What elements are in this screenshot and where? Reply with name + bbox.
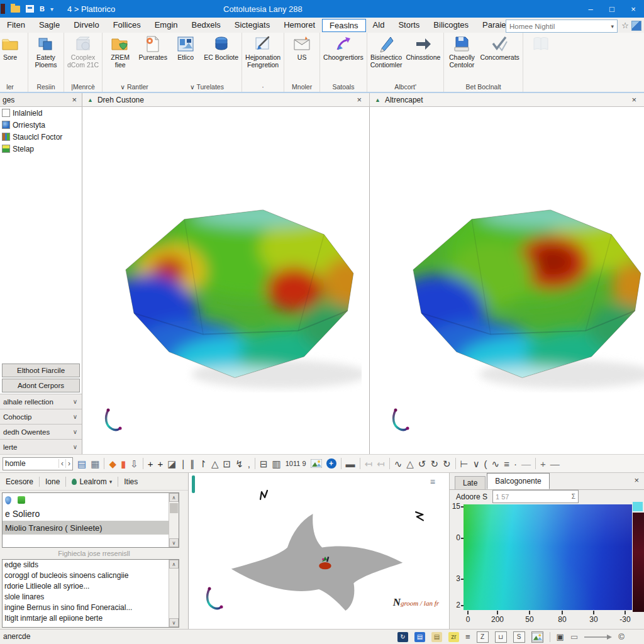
zoom-in-icon[interactable]: + bbox=[540, 459, 546, 469]
edit-icon[interactable]: B bbox=[40, 5, 45, 13]
button-elthoot-fiarcile[interactable]: Elthoot Fiarcile bbox=[2, 364, 80, 377]
panel-tab-ecesore[interactable]: Ecesore bbox=[0, 477, 39, 486]
dropdown-alhale-rellection[interactable]: alhale rellection∨ bbox=[0, 394, 82, 409]
z-box-icon[interactable]: Z bbox=[477, 631, 489, 643]
ribbon-button-chinsstione[interactable]: Chinsstione bbox=[404, 33, 443, 63]
list-item[interactable]: Miolio Tranesiro ( Sinleete) bbox=[3, 521, 169, 535]
search-combo[interactable]: ▾ bbox=[506, 19, 618, 33]
ribbon-tab-feaslns[interactable]: Feaslns bbox=[322, 19, 366, 32]
button-adont-cerpors[interactable]: Adont Cerpors bbox=[2, 379, 80, 392]
star-icon[interactable]: ☆ bbox=[621, 21, 629, 30]
scrollbar[interactable]: ∧ ∨ bbox=[169, 560, 179, 627]
pan-left2-icon[interactable]: ↤ bbox=[377, 459, 385, 469]
panel-tab-late[interactable]: Late bbox=[455, 476, 486, 489]
minimize-button[interactable]: – bbox=[580, 0, 601, 18]
viewport-right[interactable] bbox=[370, 107, 644, 454]
plan-view-panel[interactable]: ≡ Ngroom / lan fr bbox=[189, 473, 450, 629]
doc-tab-2[interactable]: ▲ Altrencapet × bbox=[370, 93, 644, 106]
ribbon-tab-bedxels[interactable]: Bedxels bbox=[185, 18, 228, 32]
globe-tool-icon[interactable]: + bbox=[326, 458, 336, 469]
ribbon-tab-sictegiats[interactable]: Sictegiats bbox=[228, 18, 277, 32]
ribbon-button-us[interactable]: US bbox=[286, 33, 318, 63]
save-tool-icon[interactable]: ▤ bbox=[77, 459, 86, 469]
arc-tool-icon[interactable]: ( bbox=[484, 459, 487, 469]
list-tool-icon[interactable]: ≡ bbox=[504, 459, 509, 469]
comma-icon[interactable]: , bbox=[248, 459, 250, 469]
legend-field[interactable]: Σ bbox=[492, 490, 579, 503]
flask-icon[interactable]: △ bbox=[406, 459, 414, 469]
viewport-left[interactable] bbox=[82, 107, 370, 454]
caret-down-icon[interactable]: ▾ bbox=[50, 6, 53, 13]
scroll-up-button[interactable]: ∧ bbox=[169, 493, 179, 502]
marker-tool-icon[interactable]: ▮ bbox=[121, 459, 126, 469]
search-input[interactable] bbox=[506, 23, 608, 30]
select-region-icon[interactable]: ◪ bbox=[167, 459, 176, 469]
h-const-icon[interactable]: ⊢ bbox=[460, 459, 469, 469]
ribbon-button-concomerats[interactable]: Concomerats bbox=[478, 33, 521, 63]
layout-icon[interactable] bbox=[631, 21, 641, 31]
scroll-up-button[interactable]: ∧ bbox=[169, 560, 179, 569]
panel-tab-ione[interactable]: Ione bbox=[40, 477, 65, 486]
scroll-down-button[interactable]: ∨ bbox=[169, 618, 179, 627]
chevron-down-icon[interactable]: ▾ bbox=[608, 23, 617, 30]
anchor-icon[interactable]: ↾ bbox=[199, 459, 207, 469]
ribbon-tab-dirvelo[interactable]: Dirvelo bbox=[67, 18, 106, 32]
rotate-cw2-icon[interactable]: ↻ bbox=[443, 459, 451, 469]
legend-input[interactable] bbox=[493, 493, 572, 501]
tree-item-orriestyta[interactable]: Orriestyta bbox=[0, 119, 82, 131]
back-icon[interactable]: ‹ bbox=[58, 459, 65, 468]
mode-field[interactable]: ‹ › bbox=[3, 457, 73, 470]
ribbon-tab-fiten[interactable]: Fiten bbox=[0, 18, 32, 32]
ribbon-button-ec-bocliote[interactable]: EC Bocliote bbox=[202, 33, 240, 63]
maximize-button[interactable]: □ bbox=[601, 0, 623, 18]
ribbon-tab-hemoret[interactable]: Hemoret bbox=[277, 18, 322, 32]
dropdown-dedh-owentes[interactable]: dedh Owentes∨ bbox=[0, 424, 82, 439]
rotate-ccw-icon[interactable]: ↺ bbox=[418, 459, 426, 469]
ribbon-button-etlico[interactable]: Etlico bbox=[169, 33, 202, 63]
doc-tan-icon[interactable]: ▤ bbox=[431, 632, 442, 642]
ribbon-button-choogrertiors[interactable]: Choogrertiors bbox=[321, 33, 365, 63]
dropdown-lerte[interactable]: lerte∨ bbox=[0, 439, 82, 454]
panel-box-icon[interactable]: ▭ bbox=[570, 633, 578, 641]
pan-left-icon[interactable]: ↤ bbox=[365, 459, 373, 469]
mesh-grid-icon[interactable]: ▥ bbox=[272, 459, 281, 469]
triangle-load-icon[interactable]: △ bbox=[211, 459, 219, 469]
image-badge-icon[interactable] bbox=[531, 631, 543, 643]
ribbon-tab-storts[interactable]: Storts bbox=[391, 18, 426, 32]
list-item[interactable]: edge silds bbox=[3, 560, 169, 570]
panel-tab-ities[interactable]: Ities bbox=[118, 477, 143, 486]
window-icon[interactable] bbox=[26, 5, 34, 13]
diamond-tool-icon[interactable]: ◆ bbox=[109, 459, 116, 469]
sync-icon[interactable]: ↻ bbox=[397, 632, 408, 642]
cup-icon[interactable]: ⊔ bbox=[495, 631, 507, 643]
curve-icon[interactable]: ∿ bbox=[394, 459, 402, 469]
close-icon[interactable]: × bbox=[634, 475, 639, 485]
close-icon[interactable]: × bbox=[69, 95, 79, 104]
tree-item-inlalnield[interactable]: Inlalnield bbox=[0, 107, 82, 119]
menu-icon[interactable]: ≡ bbox=[430, 477, 435, 487]
mesh-box-icon[interactable]: ⊟ bbox=[260, 459, 268, 469]
ribbon-button-chaeolly-centolor[interactable]: Chaeolly Centolor bbox=[445, 33, 478, 70]
plate-icon[interactable]: ⊡ bbox=[223, 459, 231, 469]
slider-icon[interactable] bbox=[584, 634, 612, 640]
s-badge-icon[interactable]: S bbox=[513, 631, 525, 643]
rotate-cw-icon[interactable]: ↻ bbox=[430, 459, 438, 469]
tree-item-stelap[interactable]: Stelap bbox=[0, 143, 82, 155]
add-line-icon[interactable]: + bbox=[158, 459, 164, 469]
dot-tool-icon[interactable]: · bbox=[514, 459, 517, 469]
scrollbar[interactable]: ∧ ∨ bbox=[169, 493, 179, 547]
ribbon-button-bisinectico-contiomler[interactable]: Bisinectico Contiomler bbox=[369, 33, 404, 70]
snip-icon[interactable]: ∿ bbox=[492, 459, 500, 469]
beam2-icon[interactable]: ∥ bbox=[190, 459, 195, 469]
ribbon-tab-emgin[interactable]: Emgin bbox=[148, 18, 185, 32]
ribbon-tab-bilicogtes[interactable]: Bilicogtes bbox=[426, 18, 475, 32]
beam-icon[interactable]: ∣ bbox=[180, 459, 186, 469]
scroll-thumb[interactable] bbox=[170, 503, 178, 513]
panel-tab-lealrom[interactable]: Lealrom▾ bbox=[66, 477, 118, 486]
list-item[interactable]: slole linares bbox=[3, 592, 169, 602]
grid-tool-icon[interactable]: ▦ bbox=[91, 459, 99, 469]
drop-arrow-icon[interactable]: ⇩ bbox=[130, 459, 138, 469]
dropdown-cohoctip[interactable]: Cohoctip∨ bbox=[0, 409, 82, 424]
ribbon-button-zrem-fiee[interactable]: ZREM fiee bbox=[104, 33, 136, 70]
doc-blue-icon[interactable]: ▤ bbox=[414, 632, 425, 642]
